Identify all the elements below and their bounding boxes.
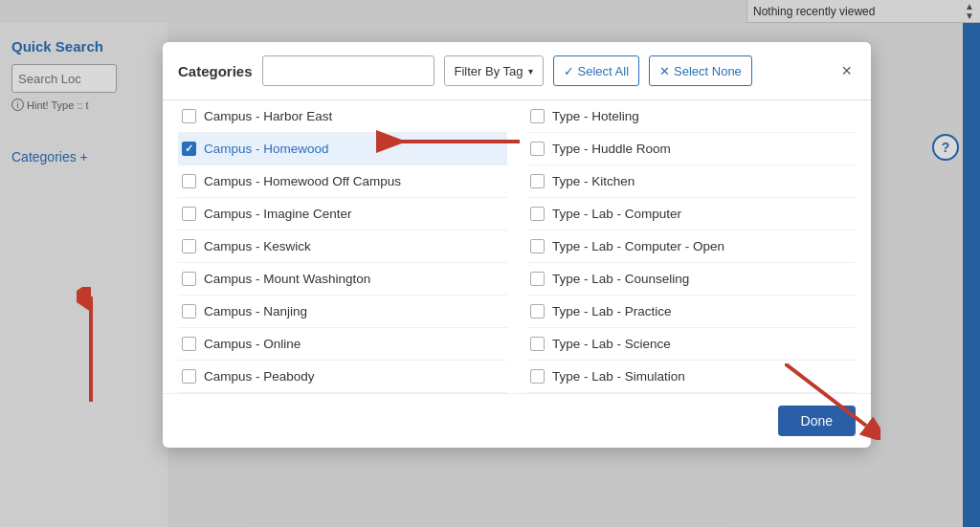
category-label: Campus - Mount Washington — [204, 272, 370, 286]
category-checkbox[interactable] — [530, 142, 545, 156]
modal-header: Categories Filter By Tag ▾ ✓ Select All … — [163, 42, 871, 100]
category-label: Type - Kitchen — [552, 174, 635, 188]
category-label: Campus - Homewood — [204, 142, 329, 156]
select-all-button[interactable]: ✓ Select All — [553, 55, 639, 86]
category-label: Campus - Imagine Center — [204, 207, 352, 221]
x-icon: ✕ — [659, 64, 670, 78]
category-checkbox[interactable] — [182, 239, 196, 253]
arrow-down-right-indicator — [785, 363, 880, 440]
category-label: Campus - Harbor East — [204, 109, 332, 123]
category-row: Campus - Peabody — [178, 361, 507, 393]
category-checkbox[interactable] — [530, 174, 545, 188]
category-label: Type - Lab - Computer — [552, 207, 681, 221]
category-checkbox[interactable] — [530, 369, 545, 384]
filter-tag-label: Filter By Tag — [455, 64, 523, 78]
category-checkbox[interactable] — [530, 272, 545, 286]
category-row: Campus - Mount Washington — [178, 263, 507, 296]
category-row: Campus - Online — [178, 328, 507, 361]
filter-by-tag-button[interactable]: Filter By Tag ▾ — [444, 55, 544, 86]
category-label: Type - Lab - Computer - Open — [552, 239, 724, 253]
close-icon: × — [841, 61, 852, 80]
chevron-down-icon: ▾ — [528, 66, 533, 77]
category-checkbox[interactable] — [530, 239, 545, 253]
modal-footer: Done — [163, 393, 871, 448]
category-row: Type - Lab - Science — [526, 328, 856, 361]
category-checkbox[interactable] — [182, 109, 196, 123]
category-row: Type - Kitchen — [526, 165, 856, 198]
category-row: Campus - Imagine Center — [178, 198, 507, 231]
arrow-up-indicator — [77, 287, 105, 402]
category-row: Type - Lab - Computer — [526, 198, 856, 231]
category-checkbox[interactable] — [182, 174, 196, 188]
category-row: Type - Huddle Room — [526, 133, 856, 165]
category-row: Type - Hoteling — [526, 100, 856, 133]
select-none-button[interactable]: ✕ Select None — [649, 55, 752, 86]
category-checkbox[interactable] — [182, 304, 196, 318]
category-label: Type - Lab - Practice — [552, 304, 672, 318]
modal-search-input[interactable] — [262, 55, 434, 86]
category-label: Type - Lab - Simulation — [552, 369, 685, 384]
checkmark-icon: ✓ — [564, 64, 574, 78]
select-all-label: Select All — [578, 64, 629, 78]
svg-line-5 — [785, 363, 866, 426]
category-checkbox[interactable] — [182, 207, 196, 221]
category-label: Campus - Keswick — [204, 239, 311, 253]
category-checkbox[interactable] — [530, 207, 545, 221]
modal-title: Categories — [178, 63, 253, 79]
category-label: Campus - Nanjing — [204, 304, 307, 318]
category-row: Campus - Nanjing — [178, 296, 507, 328]
category-checkbox[interactable] — [182, 337, 196, 351]
category-row: Campus - Homewood Off Campus — [178, 165, 507, 198]
category-label: Type - Lab - Science — [552, 337, 671, 351]
category-row: Type - Lab - Counseling — [526, 263, 856, 296]
select-none-label: Select None — [674, 64, 742, 78]
category-label: Campus - Homewood Off Campus — [204, 174, 401, 188]
category-checkbox[interactable] — [182, 142, 196, 156]
category-checkbox[interactable] — [530, 337, 545, 351]
category-row: Type - Lab - Computer - Open — [526, 231, 856, 263]
categories-modal: Categories Filter By Tag ▾ ✓ Select All … — [163, 42, 871, 448]
category-checkbox[interactable] — [530, 304, 545, 318]
category-checkbox[interactable] — [182, 369, 196, 384]
category-checkbox[interactable] — [530, 109, 545, 123]
category-checkbox[interactable] — [182, 272, 196, 286]
category-label: Campus - Peabody — [204, 369, 315, 384]
category-row: Campus - Keswick — [178, 231, 507, 263]
arrow-left-indicator — [367, 127, 520, 156]
category-label: Type - Lab - Counseling — [552, 272, 689, 286]
category-label: Type - Hoteling — [552, 109, 639, 123]
close-button[interactable]: × — [837, 58, 856, 83]
category-label: Campus - Online — [204, 337, 301, 351]
category-label: Type - Huddle Room — [552, 142, 671, 156]
category-row: Type - Lab - Practice — [526, 296, 856, 328]
